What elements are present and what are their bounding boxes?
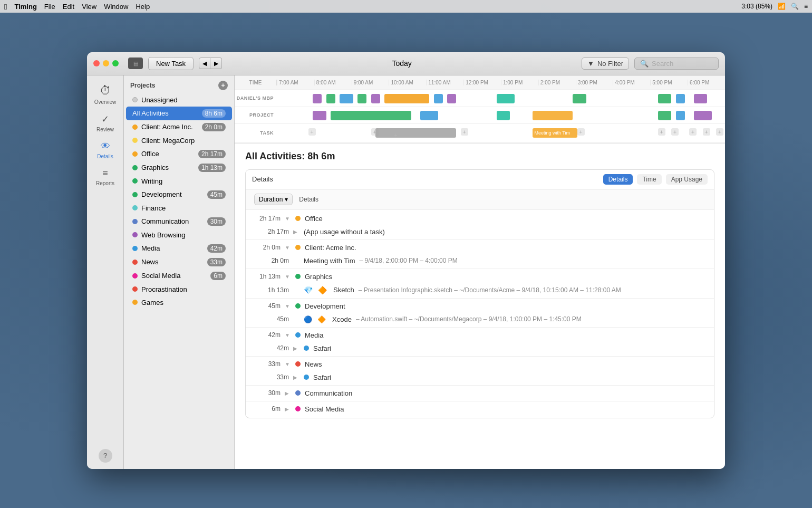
task-add-btn[interactable]: + <box>308 128 316 136</box>
menu-edit[interactable]: Edit <box>63 3 74 11</box>
sidebar-item-reports[interactable]: ≡ Reports <box>90 165 121 189</box>
expand-arrow-icon[interactable]: ▼ <box>285 274 291 280</box>
list-item[interactable]: 2h 0m ▼ Client: Acme Inc. <box>246 241 714 254</box>
project-item-social-media[interactable]: Social Media 6m <box>126 269 232 283</box>
expand-arrow-icon[interactable]: ▶ <box>293 375 299 380</box>
task-add-btn[interactable]: + <box>577 128 585 136</box>
project-dot <box>132 232 138 237</box>
task-add-btn[interactable]: + <box>658 128 665 136</box>
project-dot <box>132 165 138 170</box>
close-button[interactable] <box>93 60 100 66</box>
list-item[interactable]: 1h 13m 💎 🔶 Sketch – Presentation Infogra… <box>254 283 714 297</box>
list-item[interactable]: 42m ▶ Safari <box>254 342 714 355</box>
activity-detail: – Presentation Infographic.sketch – ~/Do… <box>359 286 621 294</box>
nav-next-button[interactable]: ▶ <box>210 57 222 69</box>
menu-file[interactable]: File <box>44 3 55 11</box>
time-2pm: 2:00 PM <box>538 80 576 85</box>
filter-label: No Filter <box>597 60 623 68</box>
project-item-unassigned[interactable]: Unassigned <box>126 93 232 107</box>
search-menubar-icon[interactable]: 🔍 <box>791 3 799 10</box>
review-label: Review <box>96 127 114 132</box>
expand-arrow-icon[interactable]: ▼ <box>285 245 291 251</box>
expand-arrow-icon[interactable]: ▶ <box>285 406 291 412</box>
project-item-development[interactable]: Development 45m <box>126 188 232 202</box>
sidebar-toggle-button[interactable]: ▤ <box>128 57 143 69</box>
menu-view[interactable]: View <box>82 3 96 11</box>
project-item-writing[interactable]: Writing <box>126 175 232 188</box>
maximize-button[interactable] <box>112 60 119 66</box>
expand-arrow-icon[interactable]: ▶ <box>293 346 299 351</box>
project-item-communication[interactable]: Communication 30m <box>126 215 232 228</box>
project-item-office[interactable]: Office 2h 17m <box>126 147 232 161</box>
minimize-button[interactable] <box>103 60 109 66</box>
project-duration: 30m <box>207 217 226 226</box>
project-item-client-megacorp[interactable]: Client: MegaCorp <box>126 134 232 147</box>
expand-arrow-icon[interactable]: ▼ <box>285 361 291 367</box>
task-add-btn[interactable]: + <box>689 128 697 136</box>
project-item-web-browsing[interactable]: Web Browsing <box>126 228 232 242</box>
menu-window[interactable]: Window <box>104 3 128 11</box>
list-item[interactable]: 33m ▼ News <box>246 358 714 371</box>
activity-duration: 45m <box>254 302 281 310</box>
activity-name: News <box>305 360 322 368</box>
list-item[interactable]: 2h 17m ▶ (App usage without a task) <box>254 225 714 238</box>
nav-prev-button[interactable]: ◀ <box>199 57 210 69</box>
control-center-icon[interactable]: ≡ <box>804 3 808 10</box>
project-item-finance[interactable]: Finance <box>126 202 232 215</box>
help-button[interactable]: ? <box>99 449 112 463</box>
overview-label: Overview <box>94 99 117 105</box>
list-item[interactable]: 2h 0m Meeting with Tim – 9/4/18, 2:00:00… <box>254 254 714 267</box>
task-add-btn[interactable]: + <box>716 128 723 136</box>
list-item[interactable]: 2h 17m ▼ Office <box>246 212 714 225</box>
duration-sort-select[interactable]: Duration ▾ <box>254 194 293 205</box>
separator <box>246 298 714 299</box>
project-item-games[interactable]: Games <box>126 296 232 309</box>
project-duration: 8h 6m <box>202 109 226 118</box>
project-item-all-activities[interactable]: All Activities 8h 6m <box>126 107 232 120</box>
expand-arrow-icon[interactable]: ▼ <box>285 332 291 338</box>
add-project-button[interactable]: + <box>218 81 228 90</box>
expand-arrow-icon[interactable]: ▼ <box>285 216 291 222</box>
project-dot <box>132 219 138 224</box>
sidebar-item-details[interactable]: 👁 Details <box>90 138 121 162</box>
task-add-btn[interactable]: + <box>703 128 710 136</box>
list-item[interactable]: 45m 🔵 🔶 Xcode – Automation.swift – ~/Doc… <box>254 313 714 326</box>
project-item-client-acme[interactable]: Client: Acme Inc. 2h 0m <box>126 120 232 134</box>
new-task-button[interactable]: New Task <box>148 57 194 70</box>
list-item[interactable]: 30m ▶ Communication <box>246 387 714 400</box>
search-input[interactable]: 🔍 Search <box>634 57 719 70</box>
expand-arrow-icon[interactable]: ▶ <box>285 390 291 396</box>
sidebar-item-review[interactable]: ✓ Review <box>90 110 121 136</box>
list-item[interactable]: 1h 13m ▼ Graphics <box>246 270 714 283</box>
details-panel-label: Details <box>252 175 599 183</box>
activity-duration: 45m <box>263 315 289 323</box>
row-content-project <box>277 107 725 123</box>
tab-details-button[interactable]: Details <box>603 174 633 185</box>
project-item-graphics[interactable]: Graphics 1h 13m <box>126 161 232 175</box>
expand-arrow-icon[interactable]: ▶ <box>293 229 299 235</box>
separator <box>246 327 714 328</box>
tab-time-button[interactable]: Time <box>637 174 661 185</box>
filter-dropdown[interactable]: ▼ No Filter <box>582 57 629 70</box>
task-add-btn[interactable]: + <box>461 128 468 136</box>
project-item-media[interactable]: Media 42m <box>126 242 232 255</box>
timeline-rows: DANIEL'S MBP <box>235 90 725 143</box>
list-item[interactable]: 6m ▶ Social Media <box>246 402 714 416</box>
project-dot <box>132 300 138 305</box>
apple-menu[interactable]:  <box>4 2 7 11</box>
expand-arrow-icon[interactable]: ▼ <box>285 303 291 309</box>
list-item[interactable]: 42m ▼ Media <box>246 329 714 342</box>
xcode-icon2: 🔶 <box>317 315 326 323</box>
tab-app-usage-button[interactable]: App Usage <box>666 174 708 185</box>
menu-help[interactable]: Help <box>136 3 150 11</box>
project-name: Social Media <box>141 272 207 280</box>
list-item[interactable]: 33m ▶ Safari <box>254 371 714 384</box>
task-add-btn[interactable]: + <box>671 128 679 136</box>
project-item-news[interactable]: News 33m <box>126 255 232 269</box>
project-name: Office <box>141 150 195 158</box>
list-item[interactable]: 45m ▼ Development <box>246 300 714 313</box>
project-item-procrastination[interactable]: Procrastination <box>126 283 232 296</box>
app-name[interactable]: Timing <box>14 3 36 11</box>
sidebar-item-overview[interactable]: ⏱ Overview <box>90 81 121 108</box>
activity-name: Office <box>305 215 323 223</box>
